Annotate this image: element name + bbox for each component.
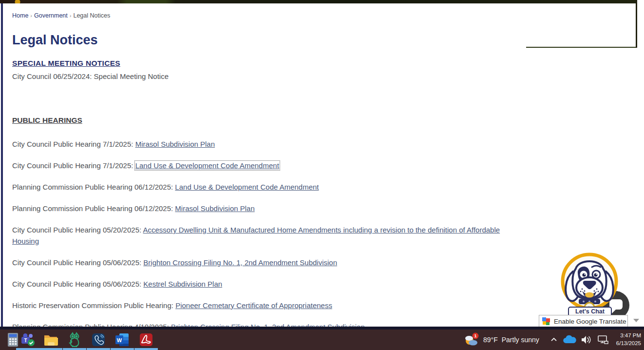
hearing-item: Historic Preservation Commission Public … bbox=[12, 300, 509, 311]
public-hearings-heading: PUBLIC HEARINGS bbox=[12, 116, 82, 125]
weather-icon: 1 bbox=[464, 332, 479, 348]
hearing-link[interactable]: Land Use & Development Code Amendment bbox=[175, 183, 319, 191]
sunflower-banner-image bbox=[526, 0, 637, 48]
acrobat-icon bbox=[139, 333, 153, 347]
hearing-prefix: City Council Public Hearing 05/06/2025: bbox=[12, 280, 143, 288]
breadcrumb-separator: › bbox=[70, 13, 72, 19]
running-app-indicator bbox=[87, 348, 110, 350]
hearing-prefix: Planning Commission Public Hearing 06/12… bbox=[12, 204, 175, 213]
hearing-item: Planning Commission Public Hearing 06/12… bbox=[12, 203, 509, 214]
volume-tray-button[interactable] bbox=[581, 330, 592, 350]
temperature-label: 89°F bbox=[483, 336, 498, 344]
weather-condition-label: Partly sunny bbox=[502, 336, 539, 344]
hearing-prefix: City Council Public Hearing 05/06/2025: bbox=[12, 258, 143, 267]
hearing-link[interactable]: Kestrel Subdivision Plan bbox=[143, 280, 222, 288]
hearing-prefix: Planning Commission Public Hearing 06/12… bbox=[12, 183, 175, 191]
hearing-item: Planning Commission Public Hearing 06/12… bbox=[12, 181, 509, 193]
phone-app-icon bbox=[92, 333, 105, 347]
hearing-link[interactable]: Mirasol Subdivision Plan bbox=[175, 204, 254, 213]
breadcrumb-separator: › bbox=[30, 13, 32, 19]
public-hearings-list: City Council Public Hearing 7/1/2025: Mi… bbox=[12, 138, 509, 332]
taskbar-clock[interactable]: 3:47 PM 6/13/2025 bbox=[607, 331, 641, 347]
running-app-indicator bbox=[134, 348, 158, 350]
hearing-link[interactable]: Mirasol Subdivision Plan bbox=[135, 140, 215, 148]
hearing-link-focused[interactable]: Land Use & Development Code Amendment bbox=[135, 161, 279, 170]
hearing-prefix: City Council Public Hearing 7/1/2025: bbox=[12, 140, 135, 148]
hearing-link[interactable]: Pioneer Cemetary Certificate of Appropri… bbox=[175, 301, 332, 310]
breadcrumb-government-link[interactable]: Government bbox=[34, 12, 68, 19]
hearing-prefix: City Council Public Hearing 7/1/2025: bbox=[12, 161, 135, 170]
weather-widget[interactable]: 1 89°F Partly sunny bbox=[464, 330, 539, 350]
clock-date: 6/13/2025 bbox=[607, 339, 641, 347]
hearing-item: City Council Public Hearing 05/06/2025: … bbox=[12, 257, 509, 268]
taskbar-owl-app-button[interactable] bbox=[64, 330, 85, 350]
teams-icon: T bbox=[20, 332, 35, 347]
taskbar-file-explorer-button[interactable] bbox=[40, 330, 61, 350]
breadcrumb-home-link[interactable]: Home bbox=[12, 12, 28, 19]
onedrive-tray-button[interactable] bbox=[563, 330, 576, 350]
word-icon: W bbox=[115, 333, 130, 347]
clock-time: 3:47 PM bbox=[607, 331, 641, 339]
svg-text:W: W bbox=[117, 337, 122, 343]
tray-chevron-button[interactable] bbox=[549, 330, 558, 350]
owl-app-icon bbox=[67, 332, 82, 348]
hearing-item: City Council Public Hearing 7/1/2025: Mi… bbox=[12, 138, 509, 150]
speaker-icon bbox=[581, 335, 592, 345]
scroll-down-arrow-icon[interactable] bbox=[633, 319, 639, 322]
page-content: Home›Government›Legal Notices Legal Noti… bbox=[12, 3, 509, 343]
hearing-item: City Council Public Hearing 05/06/2025: … bbox=[12, 278, 509, 290]
page-title: Legal Notices bbox=[12, 33, 509, 48]
hearing-link[interactable]: Brighton Crossing Filing No. 1, 2nd Amen… bbox=[143, 258, 337, 267]
running-app-indicator bbox=[63, 348, 86, 350]
taskbar-word-button[interactable]: W bbox=[112, 330, 133, 350]
panel-left-accent bbox=[1, 3, 3, 327]
file-explorer-icon bbox=[43, 333, 58, 346]
special-meeting-entry: City Council 06/25/2024: Special Meeting… bbox=[12, 72, 509, 80]
taskbar-phone-app-button[interactable] bbox=[88, 330, 109, 350]
onedrive-cloud-icon bbox=[563, 335, 576, 345]
chevron-up-icon bbox=[549, 335, 558, 344]
svg-text:T: T bbox=[24, 338, 27, 343]
google-translate-icon bbox=[542, 317, 550, 326]
breadcrumb-current: Legal Notices bbox=[73, 12, 110, 19]
running-app-indicator bbox=[111, 348, 134, 350]
special-meeting-notices-link[interactable]: SPECIAL MEETING NOTICES bbox=[12, 59, 120, 68]
windows-taskbar: T bbox=[0, 330, 644, 350]
hearing-item: City Council Public Hearing 05/20/2025: … bbox=[12, 224, 509, 247]
breadcrumb: Home›Government›Legal Notices bbox=[12, 12, 509, 19]
running-app-indicator bbox=[16, 348, 39, 350]
taskbar-teams-button[interactable]: T bbox=[17, 330, 38, 350]
hearing-item: City Council Public Hearing 7/1/2025: La… bbox=[12, 160, 509, 171]
running-app-indicator bbox=[39, 348, 62, 350]
svg-text:1: 1 bbox=[474, 333, 476, 338]
taskbar-acrobat-button[interactable] bbox=[135, 330, 157, 350]
enable-google-translate-button[interactable]: Enable Google Translate bbox=[539, 315, 628, 328]
enable-google-translate-label: Enable Google Translate bbox=[554, 318, 626, 325]
hearing-prefix: Historic Preservation Commission Public … bbox=[12, 301, 175, 310]
hearing-prefix: City Council Public Hearing 05/20/2025: bbox=[12, 226, 143, 234]
